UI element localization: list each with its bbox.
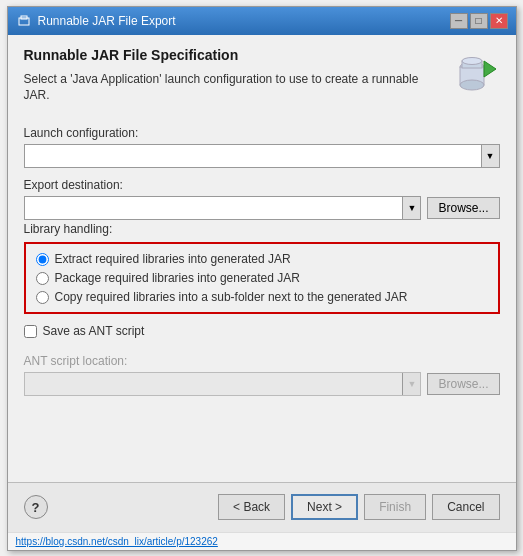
library-handling-group: Extract required libraries into generate… [24, 242, 500, 314]
main-content: Runnable JAR File Specification Select a… [8, 35, 516, 482]
minimize-button[interactable]: ─ [450, 13, 468, 29]
footer-left: ? [24, 495, 48, 519]
export-dest-input[interactable] [25, 197, 403, 219]
title-bar: Runnable JAR File Export ─ □ ✕ [8, 7, 516, 35]
ant-script-row: Save as ANT script [24, 324, 500, 338]
ant-location-row: ▼ Browse... [24, 372, 500, 396]
url-text: https://blog.csdn.net/csdn_lix/article/p… [16, 536, 218, 547]
svg-point-6 [462, 57, 482, 64]
radio-package[interactable]: Package required libraries into generate… [36, 271, 488, 285]
next-button[interactable]: Next > [291, 494, 358, 520]
radio-copy-label: Copy required libraries into a sub-folde… [55, 290, 408, 304]
ant-location-arrow: ▼ [402, 373, 420, 395]
title-bar-left: Runnable JAR File Export [16, 13, 176, 29]
launch-config-input[interactable] [25, 145, 481, 167]
export-browse-button[interactable]: Browse... [427, 197, 499, 219]
svg-marker-7 [484, 61, 496, 77]
export-dest-arrow[interactable]: ▼ [402, 197, 420, 219]
radio-extract-label: Extract required libraries into generate… [55, 252, 291, 266]
ant-browse-button: Browse... [427, 373, 499, 395]
header-section: Runnable JAR File Specification Select a… [24, 47, 500, 115]
back-button[interactable]: < Back [218, 494, 285, 520]
ant-script-label: Save as ANT script [43, 324, 145, 338]
svg-point-4 [460, 80, 484, 90]
header-text: Runnable JAR File Specification Select a… [24, 47, 440, 115]
maximize-button[interactable]: □ [470, 13, 488, 29]
radio-copy-input[interactable] [36, 291, 49, 304]
cancel-button[interactable]: Cancel [432, 494, 499, 520]
ant-location-input [25, 373, 403, 395]
window-title: Runnable JAR File Export [38, 14, 176, 28]
launch-config-row: ▼ [24, 144, 500, 168]
radio-extract-input[interactable] [36, 253, 49, 266]
library-handling-label: Library handling: [24, 222, 500, 236]
radio-package-input[interactable] [36, 272, 49, 285]
export-dest-label: Export destination: [24, 178, 500, 192]
finish-button[interactable]: Finish [364, 494, 426, 520]
window-icon [16, 13, 32, 29]
launch-config-label: Launch configuration: [24, 126, 500, 140]
ant-script-checkbox[interactable] [24, 325, 37, 338]
description: Select a 'Java Application' launch confi… [24, 71, 440, 105]
close-button[interactable]: ✕ [490, 13, 508, 29]
main-window: Runnable JAR File Export ─ □ ✕ Runnable … [7, 6, 517, 551]
ant-location-combo: ▼ [24, 372, 422, 396]
ant-location-label: ANT script location: [24, 354, 500, 368]
url-bar: https://blog.csdn.net/csdn_lix/article/p… [8, 532, 516, 550]
export-dest-row: ▼ Browse... [24, 196, 500, 220]
radio-copy[interactable]: Copy required libraries into a sub-folde… [36, 290, 488, 304]
launch-config-arrow[interactable]: ▼ [481, 145, 499, 167]
section-title: Runnable JAR File Specification [24, 47, 440, 63]
launch-config-combo[interactable]: ▼ [24, 144, 500, 168]
jar-icon [450, 47, 498, 95]
radio-extract[interactable]: Extract required libraries into generate… [36, 252, 488, 266]
radio-package-label: Package required libraries into generate… [55, 271, 300, 285]
title-bar-buttons: ─ □ ✕ [450, 13, 508, 29]
help-button[interactable]: ? [24, 495, 48, 519]
footer-buttons: < Back Next > Finish Cancel [218, 494, 499, 520]
jar-icon-area [448, 47, 500, 95]
export-dest-combo[interactable]: ▼ [24, 196, 422, 220]
footer: ? < Back Next > Finish Cancel [8, 482, 516, 532]
